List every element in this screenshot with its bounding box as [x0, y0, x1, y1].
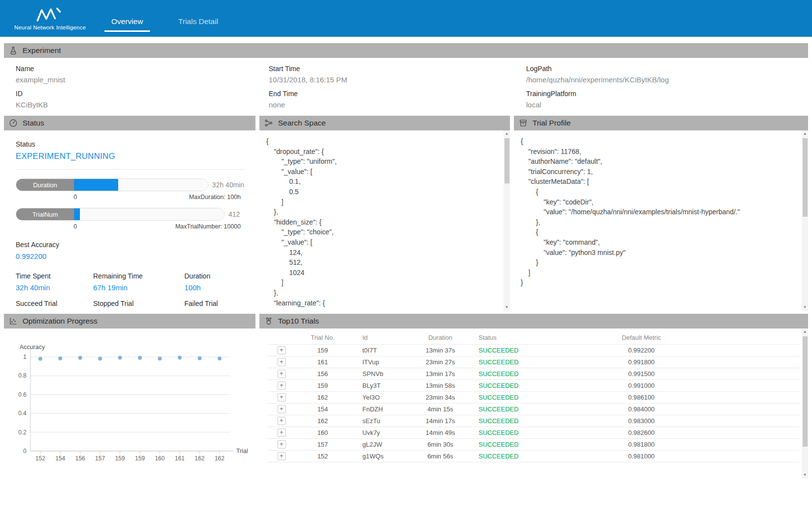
svg-text:162: 162	[215, 455, 225, 462]
trial-row: +161ITVup23min 27sSUCCEEDED0.991800	[267, 356, 799, 368]
trial-row: +160Uvk7y14min 49sSUCCEEDED0.982600	[267, 427, 799, 438]
trial-no-cell: 157	[296, 438, 350, 450]
json-line: "key": "command",	[521, 237, 795, 248]
trial-duration-cell: 6min 30s	[406, 438, 475, 450]
trialnum-bar-label: TrialNum	[16, 208, 74, 220]
trialnum-bar-value: 412	[228, 210, 240, 218]
trialnum-progress-bar: TrialNum	[16, 208, 225, 221]
scroll-up-arrow[interactable]: ▲	[802, 328, 808, 335]
filler-column-header	[730, 331, 799, 344]
search-space-scrollbar[interactable]: ▲ ▼	[504, 130, 510, 311]
expand-cell: +	[267, 368, 296, 379]
status-body: Status EXPERIMENT_RUNNING Duration 32h 4…	[4, 130, 255, 311]
json-line: "dropout_rate": {	[266, 147, 497, 157]
field-value: 10/31/2018, 8:16:15 PM	[269, 76, 526, 84]
trial-metric-cell: 0.983000	[553, 415, 730, 427]
trial-row: +162sEzTu14min 17sSUCCEEDED0.983000	[267, 415, 799, 427]
stat-remaining-time: Remaining Time67h 19min	[93, 272, 184, 292]
experiment-status-value: EXPERIMENT_RUNNING	[16, 152, 244, 161]
trial-metric-cell: 0.982600	[553, 427, 730, 438]
scroll-up-arrow[interactable]: ▲	[504, 130, 510, 137]
filler-cell	[730, 415, 799, 427]
trial-profile-body: { "revision": 11768, "authorName": "defa…	[514, 130, 808, 311]
expand-trial-button[interactable]: +	[278, 358, 286, 366]
duration-column-header: Duration	[406, 331, 475, 344]
status-section-title: Status	[23, 119, 44, 127]
search-space-section-header: Search Space	[259, 116, 510, 130]
expand-trial-button[interactable]: +	[278, 440, 286, 449]
trial-profile-json: { "revision": 11768, "authorName": "defa…	[514, 130, 808, 288]
bottom-row: Optimization Progress 00.20.40.60.811521…	[4, 314, 808, 479]
nni-brand[interactable]: Neural Network Intelligence	[11, 6, 89, 30]
accuracy-scatter-chart: 00.20.40.60.8115215415615715915916016116…	[7, 331, 254, 471]
trial-status-cell: SUCCEEDED	[475, 356, 553, 368]
stat-value: 100h	[184, 283, 244, 292]
scroll-down-arrow[interactable]: ▼	[802, 472, 808, 479]
top10-scrollbar[interactable]: ▲ ▼	[802, 328, 808, 479]
scroll-thumb[interactable]	[803, 138, 808, 217]
svg-text:157: 157	[95, 455, 105, 462]
filler-cell	[730, 450, 799, 462]
nni-logo-icon	[34, 6, 66, 23]
trial-metric-cell: 0.986100	[553, 391, 730, 403]
scroll-thumb[interactable]	[505, 138, 509, 183]
experiment-section-title: Experiment	[23, 46, 61, 55]
svg-text:0.2: 0.2	[18, 429, 26, 436]
expand-cell: +	[267, 356, 296, 368]
svg-text:0.8: 0.8	[18, 372, 26, 379]
json-line: 512,	[266, 257, 497, 268]
tab-overview[interactable]: Overview	[104, 5, 150, 32]
expand-trial-button[interactable]: +	[278, 381, 286, 390]
scroll-down-arrow[interactable]: ▼	[504, 304, 510, 311]
expand-trial-button[interactable]: +	[278, 417, 286, 425]
trial-id-cell: t0I7T	[350, 344, 406, 356]
trialnum-scale-min: 0	[74, 223, 77, 230]
json-line: {	[521, 136, 795, 147]
scroll-up-arrow[interactable]: ▲	[802, 130, 808, 137]
expand-cell: +	[267, 391, 296, 403]
scroll-down-arrow[interactable]: ▼	[802, 304, 808, 311]
trial-profile-scrollbar[interactable]: ▲ ▼	[802, 130, 808, 311]
stat-label: Duration	[184, 272, 244, 280]
svg-text:Accuracy: Accuracy	[20, 344, 45, 351]
stat-stopped-trial: Stopped Trial0	[93, 300, 184, 311]
svg-text:Trial: Trial	[236, 448, 248, 454]
tab-trials-detail[interactable]: Trials Detail	[172, 5, 225, 32]
field-value: none	[269, 101, 526, 109]
trial-status-cell: SUCCEEDED	[475, 391, 553, 403]
trial-duration-cell: 13min 37s	[406, 344, 475, 356]
medal-icon	[264, 317, 273, 326]
json-line: {	[521, 187, 795, 197]
top10-section-title: Top10 Trials	[278, 317, 319, 326]
trial-row: +156SPNVb13min 17sSUCCEEDED0.991500	[267, 368, 799, 379]
status-label: Status	[16, 140, 244, 148]
status-stats-grid: Time Spent32h 40minRemaining Time67h 19m…	[16, 272, 244, 311]
trial-status-cell: SUCCEEDED	[475, 450, 553, 462]
expand-trial-button[interactable]: +	[278, 405, 286, 413]
expand-trial-button[interactable]: +	[278, 346, 286, 354]
json-line: "hidden_size": {	[266, 217, 497, 227]
trial-status-cell: SUCCEEDED	[475, 415, 553, 427]
json-line: "_value": [	[266, 237, 497, 248]
expand-trial-button[interactable]: +	[278, 429, 286, 437]
filler-cell	[730, 403, 799, 415]
trial-no-cell: 161	[296, 356, 350, 368]
scroll-thumb[interactable]	[803, 336, 808, 447]
json-line: ]	[266, 278, 497, 288]
expand-cell: +	[267, 450, 296, 462]
svg-text:162: 162	[195, 455, 204, 462]
trial-row: +152g1WQs6min 56sSUCCEEDED0.981000	[267, 450, 799, 462]
scatter-chart-icon	[9, 317, 18, 326]
experiment-col-3: LogPath/home/quzha/nni/experiments/KCiBy…	[526, 59, 808, 109]
expand-trial-button[interactable]: +	[278, 393, 286, 402]
json-line: ]	[521, 268, 795, 278]
expand-cell: +	[267, 344, 296, 356]
expand-cell: +	[267, 438, 296, 450]
duration-bar-value: 32h 40min	[212, 181, 244, 189]
duration-bar-fill	[74, 179, 118, 191]
expand-trial-button[interactable]: +	[278, 370, 286, 378]
optimization-progress-panel: Optimization Progress 00.20.40.60.811521…	[4, 314, 255, 479]
duration-progress-bar: Duration	[16, 178, 208, 191]
expand-trial-button[interactable]: +	[278, 452, 286, 460]
trial-duration-cell: 13min 58s	[406, 379, 475, 391]
